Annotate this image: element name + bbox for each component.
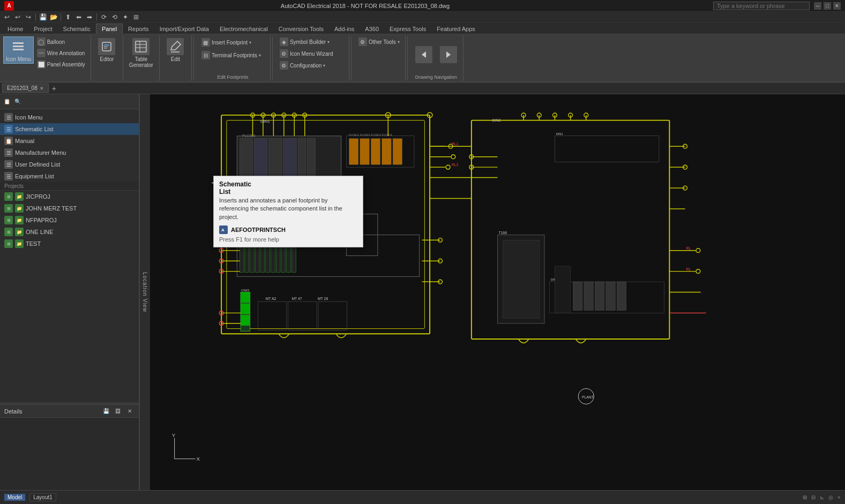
- drawing-tab-active[interactable]: E201203_08 ✕: [2, 84, 49, 93]
- status-osnap-btn[interactable]: ⌖: [837, 494, 841, 501]
- edit-button[interactable]: Edit: [163, 36, 187, 64]
- drawing-tab-close[interactable]: ✕: [40, 86, 44, 91]
- panel-item-equipment-list[interactable]: ☰ Equipment List: [0, 170, 139, 182]
- terminal-footprints-button[interactable]: ⊟ Terminal Footprints ▾: [199, 49, 267, 61]
- ribbon-group-insert-content: Icon Menu ◯ Balloon 〰 Wire Annotation ⬜ …: [3, 36, 87, 80]
- tab-panel[interactable]: Panel: [96, 24, 123, 34]
- minimize-button[interactable]: ─: [814, 2, 821, 10]
- tab-a360[interactable]: A360: [360, 24, 384, 34]
- tab-conversion-tools[interactable]: Conversion Tools: [273, 24, 329, 34]
- ribbon-group-editor: Editor: [91, 35, 123, 81]
- drawing-canvas[interactable]: X Y PLC300 FUSE1: [150, 94, 845, 490]
- ribbon-group-table-gen: TableGenerator: [123, 35, 160, 81]
- svg-text:T188: T188: [498, 231, 507, 235]
- project-one-line-icon: ⊞: [4, 228, 13, 236]
- other-tools-button[interactable]: ⚙ Other Tools ▾: [356, 36, 402, 47]
- qa-grid[interactable]: ⊞: [131, 12, 141, 22]
- insert-footprint-button[interactable]: ▦ Insert Footprint ▾: [199, 36, 267, 48]
- qa-rotate-cw[interactable]: ⟳: [99, 12, 109, 22]
- tab-express-tools[interactable]: Express Tools: [384, 24, 431, 34]
- qa-save[interactable]: 💾: [38, 12, 48, 22]
- project-one-line[interactable]: ⊞ 📁 ONE LINE: [0, 226, 139, 238]
- tab-project[interactable]: Project: [28, 24, 57, 34]
- tab-electromechanical[interactable]: Electromechanical: [214, 24, 273, 34]
- tab-reports[interactable]: Reports: [123, 24, 154, 34]
- panel-item-icon-menu[interactable]: ☰ Icon Menu: [0, 111, 139, 123]
- panel-toolbar-btn1[interactable]: 📋: [2, 97, 12, 107]
- qa-rotate-ccw[interactable]: ⟲: [110, 12, 119, 22]
- status-polar-btn[interactable]: ◎: [828, 494, 833, 500]
- status-grid-btn[interactable]: ⊟: [811, 494, 816, 500]
- panel-item-user-defined-label: User Defined List: [15, 161, 60, 168]
- ribbon-group-other-tools: ⚙ Other Tools ▾: [353, 35, 406, 81]
- qa-redo[interactable]: ↪: [24, 12, 33, 22]
- panel-item-schematic-label: Schematic List: [15, 126, 54, 132]
- next-drawing-button[interactable]: [437, 44, 460, 66]
- qa-star[interactable]: ✦: [121, 12, 130, 22]
- status-model-btn[interactable]: Model: [4, 494, 25, 501]
- panel-item-manufacturer[interactable]: ☰ Manufacturer Menu: [0, 147, 139, 159]
- qa-open[interactable]: 📂: [49, 12, 58, 22]
- editor-button[interactable]: Editor: [95, 36, 118, 64]
- panel-item-schematic-list[interactable]: ☰ Schematic List: [0, 123, 139, 135]
- left-panel-list: ☰ Icon Menu ☰ Schematic List 📋 Manual ☰ …: [0, 109, 139, 402]
- panel-toolbar-btn2[interactable]: 🔍: [13, 97, 23, 107]
- tab-featured-apps[interactable]: Featured Apps: [431, 24, 481, 34]
- panel-item-user-defined[interactable]: ☰ User Defined List: [0, 159, 139, 170]
- maximize-button[interactable]: □: [824, 2, 831, 10]
- tooltip-title: Schematic List: [219, 180, 357, 195]
- project-nfpaproj[interactable]: ⊞ 📁 NFPAPROJ: [0, 214, 139, 226]
- project-john-merz[interactable]: ⊞ 📁 JOHN MERZ TEST: [0, 202, 139, 214]
- details-image-icon[interactable]: 🖼: [113, 407, 123, 416]
- svg-text:X: X: [196, 456, 200, 462]
- details-save-icon[interactable]: 💾: [101, 407, 111, 416]
- new-tab-button[interactable]: +: [50, 84, 58, 93]
- status-layout1-btn[interactable]: Layout1: [29, 493, 56, 501]
- quick-access-toolbar: ↩ ↩ ↪ 💾 📂 ⬆ ⬅ ➡ ⟳ ⟲ ✦ ⊞: [0, 12, 845, 22]
- svg-rect-137: [595, 282, 604, 310]
- qa-left[interactable]: ⬅: [74, 12, 84, 22]
- qa-undo2[interactable]: ↩: [13, 12, 23, 22]
- qa-undo[interactable]: ↩: [2, 12, 12, 22]
- details-close-icon[interactable]: ✕: [125, 407, 134, 416]
- status-snap-btn[interactable]: ⊞: [803, 494, 807, 500]
- symbol-builder-button[interactable]: ◈ Symbol Builder ▾: [278, 36, 332, 47]
- svg-text:FUSE4: FUSE4: [382, 133, 393, 137]
- panel-item-manual[interactable]: 📋 Manual: [0, 135, 139, 147]
- ribbon-group-ot-content: ⚙ Other Tools ▾: [356, 36, 402, 80]
- panel-item-equipment-icon: ☰: [4, 172, 13, 180]
- details-label: Details: [4, 408, 23, 415]
- configuration-button[interactable]: ⚙ Configuration ▾: [278, 60, 327, 71]
- drawing-nav-label: Drawing Navigation: [415, 73, 457, 80]
- qa-right[interactable]: ➡: [85, 12, 94, 22]
- wire-annotation-button[interactable]: 〰 Wire Annotation: [35, 48, 87, 58]
- icon-menu-button[interactable]: Icon Menu: [3, 36, 34, 64]
- tab-addins[interactable]: Add-ins: [329, 24, 360, 34]
- qa-up[interactable]: ⬆: [63, 12, 73, 22]
- svg-text:CN63: CN63: [241, 289, 249, 292]
- svg-text:RL1: RL1: [452, 142, 459, 146]
- ribbon: Icon Menu ◯ Balloon 〰 Wire Annotation ⬜ …: [0, 34, 845, 82]
- project-test[interactable]: ⊞ 📁 TEST: [0, 238, 139, 250]
- search-input[interactable]: [713, 2, 810, 10]
- balloon-button[interactable]: ◯ Balloon: [35, 36, 87, 47]
- project-nfpaproj-icon2: 📁: [15, 216, 24, 224]
- tab-schematic[interactable]: Schematic: [58, 24, 96, 34]
- location-view-panel: Location View: [139, 94, 150, 490]
- left-panel: 📋 🔍 ☰ Icon Menu ☰ Schematic List 📋 Manua…: [0, 94, 139, 490]
- panel-assembly-button[interactable]: ⬜ Panel Assembly: [35, 59, 87, 70]
- tab-home[interactable]: Home: [2, 24, 28, 34]
- ribbon-sep1: [193, 36, 194, 80]
- icon-menu-label: Icon Menu: [6, 56, 31, 62]
- svg-text:FUSE3: FUSE3: [371, 133, 381, 137]
- prev-drawing-button[interactable]: [413, 44, 435, 66]
- svg-rect-115: [503, 240, 539, 318]
- tab-import-export[interactable]: Import/Export Data: [154, 24, 214, 34]
- svg-rect-135: [573, 282, 582, 310]
- project-jicproj[interactable]: ⊞ 📁 JICPROJ: [0, 191, 139, 202]
- panel-item-equipment-label: Equipment List: [15, 173, 54, 179]
- table-generator-button[interactable]: TableGenerator: [126, 36, 156, 70]
- icon-menu-wizard-button[interactable]: ⚙ Icon Menu Wizard: [278, 48, 335, 59]
- close-button[interactable]: ✕: [833, 2, 841, 10]
- status-ortho-btn[interactable]: ⊾: [820, 494, 824, 500]
